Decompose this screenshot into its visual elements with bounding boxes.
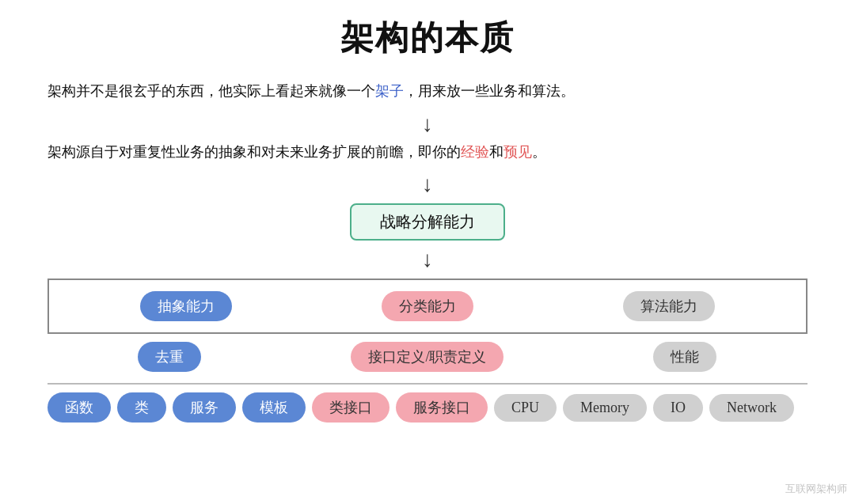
level1-right: 算法能力: [623, 291, 715, 321]
level3-item-4: 类接口: [312, 392, 390, 423]
level3-item-0: 函数: [48, 392, 111, 423]
arrow2: ↓: [422, 173, 433, 195]
level2-center: 接口定义/职责定义: [351, 342, 504, 372]
watermark: 互联网架构师: [785, 482, 847, 496]
page-title: 架构的本质: [340, 16, 515, 60]
strategy-section: 战略分解能力: [350, 200, 505, 244]
paragraph2-text2: 和: [489, 144, 504, 160]
paragraph2-text1: 架构源自于对重复性业务的抽象和对未来业务扩展的前瞻，即你的: [48, 144, 461, 160]
level1-left: 抽象能力: [140, 291, 232, 321]
arrow3: ↓: [422, 248, 433, 271]
level3-item-2: 服务: [173, 392, 236, 423]
main-container: 架构的本质 架构并不是很玄乎的东西，他实际上看起来就像一个架子，用来放一些业务和…: [0, 0, 855, 504]
level3-item-9: Network: [709, 394, 794, 422]
paragraph1-text2: ，用来放一些业务和算法。: [404, 83, 575, 99]
level3-item-5: 服务接口: [396, 392, 488, 423]
level3-item-6: CPU: [494, 394, 557, 422]
strategy-box: 战略分解能力: [350, 203, 505, 241]
level2-left: 去重: [138, 342, 201, 372]
level3-item-7: Memory: [563, 394, 647, 422]
arrow1: ↓: [422, 113, 433, 135]
level3-container: 函数 类 服务 模板 类接口 服务接口 CPU Memory IO Networ…: [48, 383, 808, 423]
level1-center: 分类能力: [382, 291, 473, 321]
paragraph1-text1: 架构并不是很玄乎的东西，他实际上看起来就像一个: [48, 83, 375, 99]
level3-item-1: 类: [117, 392, 166, 423]
paragraph2-highlight2: 预见: [504, 144, 532, 160]
level2-right: 性能: [653, 342, 716, 372]
paragraph1: 架构并不是很玄乎的东西，他实际上看起来就像一个架子，用来放一些业务和算法。: [48, 79, 808, 104]
paragraph2-text3: 。: [532, 144, 546, 160]
level3-item-8: IO: [653, 394, 703, 422]
paragraph2: 架构源自于对重复性业务的抽象和对未来业务扩展的前瞻，即你的经验和预见。: [48, 140, 808, 165]
paragraph2-highlight1: 经验: [461, 144, 489, 160]
level3-item-3: 模板: [242, 392, 306, 423]
level2-container: 去重 接口定义/职责定义 性能: [48, 334, 808, 380]
level1-container: 抽象能力 分类能力 算法能力: [48, 279, 808, 334]
paragraph1-highlight1: 架子: [375, 83, 404, 99]
